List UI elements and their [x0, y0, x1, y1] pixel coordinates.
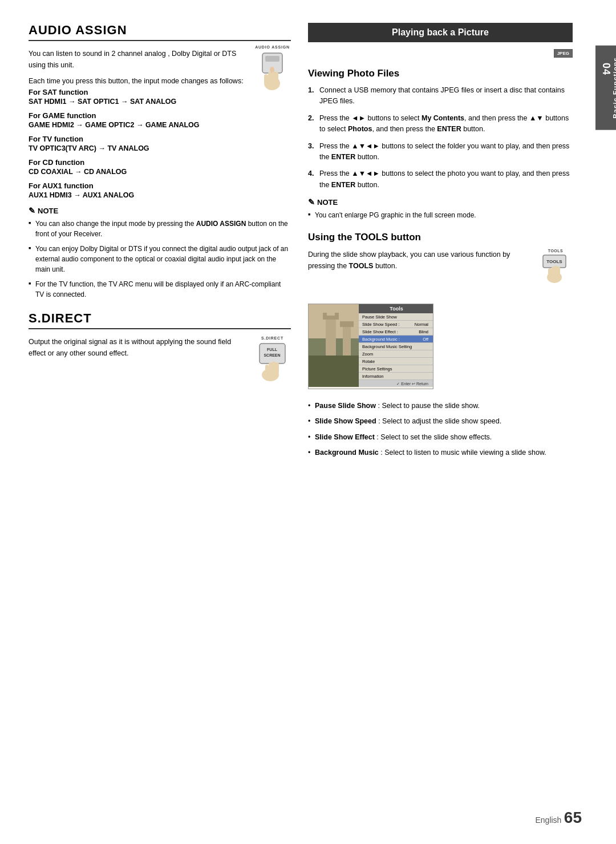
aux1-function-group: For AUX1 function AUX1 HDMI3 → AUX1 ANAL… [29, 181, 291, 199]
sdirect-section: S.DIRECT S.DIRECT FULL SCREEN [29, 311, 291, 382]
tools-bullet-list: Pause Slide Show : Select to pause the s… [308, 401, 573, 459]
svg-text:FULL: FULL [267, 348, 278, 352]
using-tools-title: Using the TOOLS button [308, 232, 573, 243]
svg-rect-3 [268, 72, 271, 84]
svg-rect-57 [359, 365, 433, 365]
audio-assign-icon [254, 50, 291, 93]
svg-point-22 [547, 272, 562, 283]
svg-text:Tools: Tools [390, 306, 403, 312]
sdirect-title: S.DIRECT [29, 311, 291, 329]
audio-assign-note-header: ✎ NOTE [29, 206, 291, 215]
tools-screenshot-svg: Tools Pause Slide Show Slide Show Speed … [309, 304, 433, 387]
audio-assign-note-1: You can also change the input mode by pr… [29, 219, 291, 239]
game-detail: GAME HDMI2 → GAME OPTIC2 → GAME ANALOG [29, 121, 291, 129]
page-lang: English [535, 815, 561, 825]
viewing-photo-steps: 1. Connect a USB memory that contains JP… [308, 85, 573, 191]
svg-text:Slide Show Effect :: Slide Show Effect : [362, 329, 398, 334]
step-3: 3. Press the ▲▼◄► buttons to select the … [308, 141, 573, 163]
tools-button-icon: TOOLS [540, 253, 572, 290]
step-2: 2. Press the ◄► buttons to select My Con… [308, 113, 573, 135]
sdirect-illustration: S.DIRECT FULL SCREEN [254, 336, 291, 388]
svg-point-15 [262, 369, 279, 381]
svg-text:Slide Show Speed :: Slide Show Speed : [362, 322, 399, 327]
audio-assign-note-3: For the TV function, the TV ARC menu wil… [29, 279, 291, 300]
right-column: Playing back a Picture JPEG Viewing Phot… [308, 23, 573, 821]
cd-function-group: For CD function CD COAXIAL → CD ANALOG [29, 158, 291, 176]
game-label: For GAME function [29, 111, 291, 120]
main-content: AUDIO ASSIGN AUDIO ASSIGN [0, 0, 595, 844]
tools-button-area: During the slide show playback, you can … [308, 249, 573, 292]
svg-rect-1 [265, 56, 279, 62]
svg-text:Rotate: Rotate [362, 359, 375, 364]
bullet-pause-slide-show: Pause Slide Show : Select to pause the s… [308, 401, 573, 411]
sdirect-body: Output the original signal as it is with… [29, 336, 291, 359]
sat-function-group: For SAT function SAT HDMI1 → SAT OPTIC1 … [29, 88, 291, 106]
svg-text:Pause Slide Show: Pause Slide Show [362, 314, 397, 320]
svg-rect-6 [264, 74, 268, 83]
svg-text:Zoom: Zoom [362, 352, 373, 357]
tools-intro-text: During the slide show playback, you can … [308, 249, 533, 276]
sat-detail: SAT HDMI1 → SAT OPTIC1 → SAT ANALOG [29, 98, 291, 106]
svg-rect-28 [327, 307, 335, 316]
cd-label: For CD function [29, 158, 291, 167]
sat-label: For SAT function [29, 88, 291, 96]
audio-assign-illustration: AUDIO ASSIGN [254, 45, 291, 95]
svg-rect-30 [340, 321, 354, 327]
tools-screenshot: Tools Pause Slide Show Slide Show Speed … [308, 304, 433, 389]
jpeg-icon-area: JPEG [308, 49, 573, 58]
svg-rect-36 [359, 320, 433, 321]
page: 04 Basic Functions AUDIO ASSIGN AUDIO AS… [0, 0, 616, 844]
side-tab: 04 Basic Functions [595, 46, 616, 130]
bullet-slide-show-effect: Slide Show Effect : Select to set the sl… [308, 432, 573, 443]
sdirect-icon: FULL SCREEN [254, 341, 291, 386]
audio-assign-note: ✎ NOTE You can also change the input mod… [29, 206, 291, 300]
svg-text:Normal: Normal [415, 322, 429, 327]
tools-btn-label: TOOLS [538, 249, 573, 253]
svg-rect-26 [326, 316, 336, 356]
step-1: 1. Connect a USB memory that contains JP… [308, 85, 573, 107]
svg-rect-25 [309, 338, 366, 356]
audio-assign-each-time: Each time you press this button, the inp… [29, 75, 291, 87]
chapter-number: 04 [600, 63, 612, 119]
audio-assign-title: AUDIO ASSIGN [29, 23, 291, 41]
tools-screenshot-container: Tools Pause Slide Show Slide Show Speed … [308, 297, 573, 396]
svg-rect-63 [359, 379, 433, 380]
viewing-photo-note: ✎ NOTE You can't enlarge PG graphic in t… [308, 197, 573, 220]
sdirect-label: S.DIRECT [254, 336, 291, 340]
playing-back-banner: Playing back a Picture [308, 23, 573, 42]
page-footer: English 65 [535, 809, 582, 827]
aux1-detail: AUX1 HDMI3 → AUX1 ANALOG [29, 191, 291, 199]
svg-text:Background Music Setting: Background Music Setting [362, 344, 412, 349]
viewing-photo-note-1: You can't enlarge PG graphic in the full… [308, 210, 573, 220]
audio-assign-intro-block: AUDIO ASSIGN [29, 48, 291, 88]
svg-text:Blind: Blind [419, 329, 428, 334]
svg-text:✓ Enter  ↩ Return: ✓ Enter ↩ Return [396, 382, 428, 386]
svg-point-7 [270, 67, 274, 72]
tv-label: For TV function [29, 135, 291, 143]
viewing-photo-note-header: ✎ NOTE [308, 197, 573, 207]
svg-rect-60 [359, 372, 433, 373]
audio-assign-note-2: You can enjoy Dolby Digital or DTS if yo… [29, 244, 291, 274]
left-column: AUDIO ASSIGN AUDIO ASSIGN [29, 23, 291, 821]
tools-intro: During the slide show playback, you can … [308, 249, 533, 272]
game-function-group: For GAME function GAME HDMI2 → GAME OPTI… [29, 111, 291, 129]
tv-function-group: For TV function TV OPTIC3(TV ARC) → TV A… [29, 135, 291, 152]
step-4: 4. Press the ▲▼◄► buttons to select the … [308, 168, 573, 191]
note-icon-2: ✎ [308, 197, 315, 207]
svg-text:TOOLS: TOOLS [546, 259, 562, 264]
tv-detail: TV OPTIC3(TV ARC) → TV ANALOG [29, 144, 291, 152]
bullet-slide-show-speed: Slide Show Speed : Select to adjust the … [308, 416, 573, 427]
page-number: 65 [564, 809, 582, 826]
audio-assign-note-label: NOTE [38, 207, 58, 215]
audio-assign-label: AUDIO ASSIGN [254, 45, 291, 49]
svg-text:Off: Off [423, 337, 429, 342]
bullet-background-music: Background Music : Select to listen to m… [308, 447, 573, 458]
audio-assign-intro: You can listen to sound in 2 channel ana… [29, 48, 291, 71]
chapter-label: Basic Functions [612, 57, 616, 119]
svg-rect-51 [359, 350, 433, 350]
using-tools-section: Using the TOOLS button During the slide … [308, 232, 573, 459]
cd-detail: CD COAXIAL → CD ANALOG [29, 168, 291, 176]
svg-rect-44 [359, 335, 433, 336]
jpeg-icon: JPEG [554, 49, 573, 58]
viewing-photo-title: Viewing Photo Files [308, 68, 573, 79]
